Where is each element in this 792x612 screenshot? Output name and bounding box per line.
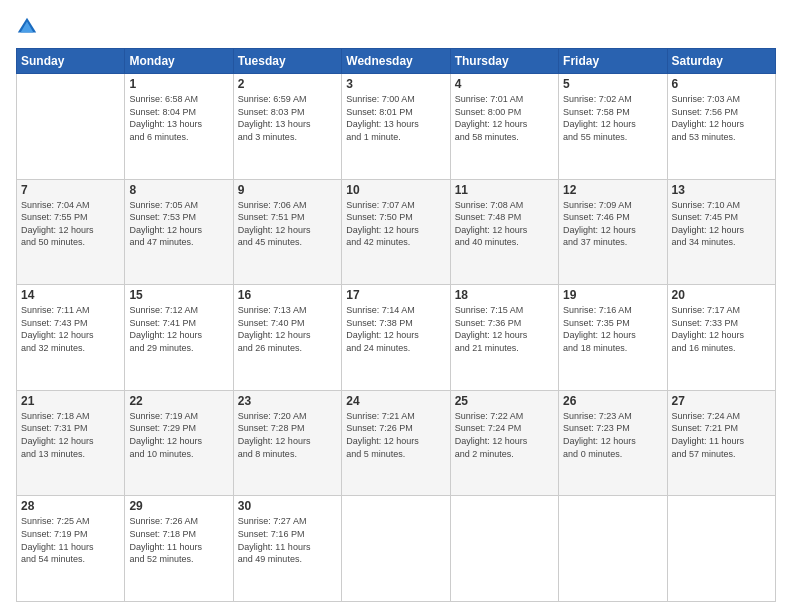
day-number: 6: [672, 77, 771, 91]
day-info: Sunrise: 7:04 AM Sunset: 7:55 PM Dayligh…: [21, 199, 120, 249]
day-info: Sunrise: 7:03 AM Sunset: 7:56 PM Dayligh…: [672, 93, 771, 143]
logo: [16, 16, 42, 38]
header-day-wednesday: Wednesday: [342, 49, 450, 74]
day-number: 8: [129, 183, 228, 197]
day-info: Sunrise: 7:25 AM Sunset: 7:19 PM Dayligh…: [21, 515, 120, 565]
day-number: 3: [346, 77, 445, 91]
header-day-sunday: Sunday: [17, 49, 125, 74]
calendar-cell: 16Sunrise: 7:13 AM Sunset: 7:40 PM Dayli…: [233, 285, 341, 391]
calendar-week-1: 1Sunrise: 6:58 AM Sunset: 8:04 PM Daylig…: [17, 74, 776, 180]
day-number: 26: [563, 394, 662, 408]
calendar-cell: [342, 496, 450, 602]
day-info: Sunrise: 7:19 AM Sunset: 7:29 PM Dayligh…: [129, 410, 228, 460]
header-day-thursday: Thursday: [450, 49, 558, 74]
calendar-cell: 14Sunrise: 7:11 AM Sunset: 7:43 PM Dayli…: [17, 285, 125, 391]
header-day-monday: Monday: [125, 49, 233, 74]
day-number: 25: [455, 394, 554, 408]
calendar-cell: [450, 496, 558, 602]
day-info: Sunrise: 7:00 AM Sunset: 8:01 PM Dayligh…: [346, 93, 445, 143]
page: SundayMondayTuesdayWednesdayThursdayFrid…: [0, 0, 792, 612]
day-info: Sunrise: 7:13 AM Sunset: 7:40 PM Dayligh…: [238, 304, 337, 354]
day-info: Sunrise: 7:07 AM Sunset: 7:50 PM Dayligh…: [346, 199, 445, 249]
calendar-week-3: 14Sunrise: 7:11 AM Sunset: 7:43 PM Dayli…: [17, 285, 776, 391]
day-info: Sunrise: 7:17 AM Sunset: 7:33 PM Dayligh…: [672, 304, 771, 354]
day-number: 14: [21, 288, 120, 302]
calendar-cell: 2Sunrise: 6:59 AM Sunset: 8:03 PM Daylig…: [233, 74, 341, 180]
day-info: Sunrise: 7:06 AM Sunset: 7:51 PM Dayligh…: [238, 199, 337, 249]
day-number: 23: [238, 394, 337, 408]
calendar-cell: [17, 74, 125, 180]
calendar-cell: [559, 496, 667, 602]
calendar-cell: 18Sunrise: 7:15 AM Sunset: 7:36 PM Dayli…: [450, 285, 558, 391]
day-number: 20: [672, 288, 771, 302]
calendar-cell: 6Sunrise: 7:03 AM Sunset: 7:56 PM Daylig…: [667, 74, 775, 180]
calendar-cell: 29Sunrise: 7:26 AM Sunset: 7:18 PM Dayli…: [125, 496, 233, 602]
calendar-week-2: 7Sunrise: 7:04 AM Sunset: 7:55 PM Daylig…: [17, 179, 776, 285]
calendar-cell: 21Sunrise: 7:18 AM Sunset: 7:31 PM Dayli…: [17, 390, 125, 496]
day-number: 17: [346, 288, 445, 302]
day-info: Sunrise: 7:09 AM Sunset: 7:46 PM Dayligh…: [563, 199, 662, 249]
day-number: 19: [563, 288, 662, 302]
calendar-cell: 15Sunrise: 7:12 AM Sunset: 7:41 PM Dayli…: [125, 285, 233, 391]
day-number: 29: [129, 499, 228, 513]
calendar-cell: 13Sunrise: 7:10 AM Sunset: 7:45 PM Dayli…: [667, 179, 775, 285]
day-info: Sunrise: 7:02 AM Sunset: 7:58 PM Dayligh…: [563, 93, 662, 143]
day-info: Sunrise: 7:11 AM Sunset: 7:43 PM Dayligh…: [21, 304, 120, 354]
calendar-cell: 19Sunrise: 7:16 AM Sunset: 7:35 PM Dayli…: [559, 285, 667, 391]
calendar-cell: 4Sunrise: 7:01 AM Sunset: 8:00 PM Daylig…: [450, 74, 558, 180]
calendar-cell: 26Sunrise: 7:23 AM Sunset: 7:23 PM Dayli…: [559, 390, 667, 496]
day-info: Sunrise: 7:08 AM Sunset: 7:48 PM Dayligh…: [455, 199, 554, 249]
day-number: 15: [129, 288, 228, 302]
day-info: Sunrise: 7:16 AM Sunset: 7:35 PM Dayligh…: [563, 304, 662, 354]
day-info: Sunrise: 7:22 AM Sunset: 7:24 PM Dayligh…: [455, 410, 554, 460]
calendar-cell: 3Sunrise: 7:00 AM Sunset: 8:01 PM Daylig…: [342, 74, 450, 180]
day-number: 4: [455, 77, 554, 91]
calendar-cell: 22Sunrise: 7:19 AM Sunset: 7:29 PM Dayli…: [125, 390, 233, 496]
day-info: Sunrise: 7:20 AM Sunset: 7:28 PM Dayligh…: [238, 410, 337, 460]
calendar-header-row: SundayMondayTuesdayWednesdayThursdayFrid…: [17, 49, 776, 74]
day-info: Sunrise: 7:10 AM Sunset: 7:45 PM Dayligh…: [672, 199, 771, 249]
calendar-cell: 30Sunrise: 7:27 AM Sunset: 7:16 PM Dayli…: [233, 496, 341, 602]
calendar-table: SundayMondayTuesdayWednesdayThursdayFrid…: [16, 48, 776, 602]
calendar-cell: 10Sunrise: 7:07 AM Sunset: 7:50 PM Dayli…: [342, 179, 450, 285]
day-number: 22: [129, 394, 228, 408]
day-number: 21: [21, 394, 120, 408]
calendar-cell: 8Sunrise: 7:05 AM Sunset: 7:53 PM Daylig…: [125, 179, 233, 285]
calendar-cell: 25Sunrise: 7:22 AM Sunset: 7:24 PM Dayli…: [450, 390, 558, 496]
day-number: 30: [238, 499, 337, 513]
day-number: 28: [21, 499, 120, 513]
header-day-saturday: Saturday: [667, 49, 775, 74]
calendar-cell: 23Sunrise: 7:20 AM Sunset: 7:28 PM Dayli…: [233, 390, 341, 496]
calendar-cell: 20Sunrise: 7:17 AM Sunset: 7:33 PM Dayli…: [667, 285, 775, 391]
day-number: 18: [455, 288, 554, 302]
day-number: 16: [238, 288, 337, 302]
calendar-cell: 12Sunrise: 7:09 AM Sunset: 7:46 PM Dayli…: [559, 179, 667, 285]
day-info: Sunrise: 7:14 AM Sunset: 7:38 PM Dayligh…: [346, 304, 445, 354]
day-info: Sunrise: 7:21 AM Sunset: 7:26 PM Dayligh…: [346, 410, 445, 460]
day-info: Sunrise: 7:18 AM Sunset: 7:31 PM Dayligh…: [21, 410, 120, 460]
calendar-week-5: 28Sunrise: 7:25 AM Sunset: 7:19 PM Dayli…: [17, 496, 776, 602]
day-number: 2: [238, 77, 337, 91]
day-info: Sunrise: 7:01 AM Sunset: 8:00 PM Dayligh…: [455, 93, 554, 143]
day-number: 1: [129, 77, 228, 91]
day-info: Sunrise: 6:59 AM Sunset: 8:03 PM Dayligh…: [238, 93, 337, 143]
day-number: 7: [21, 183, 120, 197]
calendar-cell: 5Sunrise: 7:02 AM Sunset: 7:58 PM Daylig…: [559, 74, 667, 180]
header-day-friday: Friday: [559, 49, 667, 74]
day-info: Sunrise: 7:23 AM Sunset: 7:23 PM Dayligh…: [563, 410, 662, 460]
calendar-cell: 17Sunrise: 7:14 AM Sunset: 7:38 PM Dayli…: [342, 285, 450, 391]
calendar-cell: 28Sunrise: 7:25 AM Sunset: 7:19 PM Dayli…: [17, 496, 125, 602]
day-info: Sunrise: 6:58 AM Sunset: 8:04 PM Dayligh…: [129, 93, 228, 143]
day-info: Sunrise: 7:24 AM Sunset: 7:21 PM Dayligh…: [672, 410, 771, 460]
day-number: 5: [563, 77, 662, 91]
header-day-tuesday: Tuesday: [233, 49, 341, 74]
day-info: Sunrise: 7:27 AM Sunset: 7:16 PM Dayligh…: [238, 515, 337, 565]
day-number: 10: [346, 183, 445, 197]
calendar-cell: 7Sunrise: 7:04 AM Sunset: 7:55 PM Daylig…: [17, 179, 125, 285]
calendar-week-4: 21Sunrise: 7:18 AM Sunset: 7:31 PM Dayli…: [17, 390, 776, 496]
calendar-cell: 11Sunrise: 7:08 AM Sunset: 7:48 PM Dayli…: [450, 179, 558, 285]
day-number: 24: [346, 394, 445, 408]
calendar-cell: [667, 496, 775, 602]
calendar-cell: 9Sunrise: 7:06 AM Sunset: 7:51 PM Daylig…: [233, 179, 341, 285]
calendar-cell: 27Sunrise: 7:24 AM Sunset: 7:21 PM Dayli…: [667, 390, 775, 496]
